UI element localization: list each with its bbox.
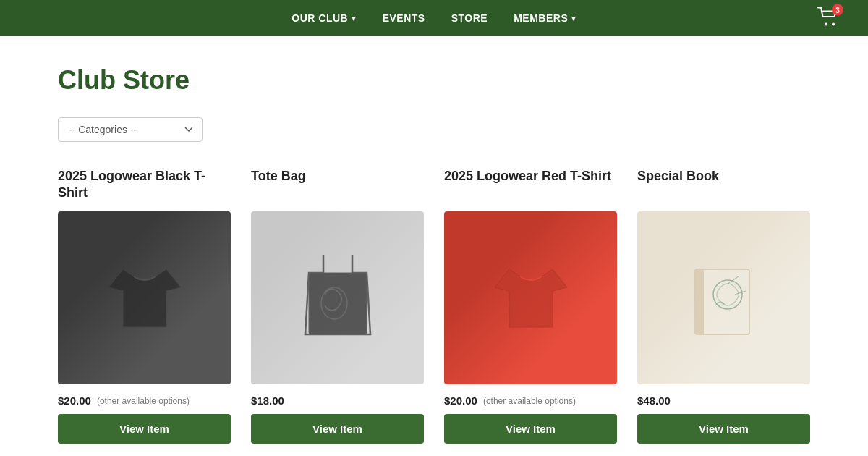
page-title: Club Store xyxy=(58,65,810,96)
categories-select[interactable]: -- Categories -- xyxy=(58,117,203,142)
svg-point-1 xyxy=(832,23,835,26)
price-row-0: $20.00 (other available options) xyxy=(58,394,231,407)
product-img-bg-1 xyxy=(251,211,424,384)
svg-rect-2 xyxy=(309,273,367,334)
view-item-button-1[interactable]: View Item xyxy=(251,414,424,444)
our-club-chevron-icon: ▾ xyxy=(352,14,357,23)
product-card-3: Special Book $48.00 View Item xyxy=(637,168,810,444)
main-nav: OUR CLUB ▾ EVENTS STORE MEMBERS ▾ 3 xyxy=(0,0,868,36)
view-item-button-0[interactable]: View Item xyxy=(58,414,231,444)
nav-item-members[interactable]: MEMBERS ▾ xyxy=(514,12,576,24)
product-name-0: 2025 Logowear Black T-Shirt xyxy=(58,168,231,203)
product-img-bg-3 xyxy=(637,211,810,384)
product-card-0: 2025 Logowear Black T-Shirt $20.00 (othe… xyxy=(58,168,231,444)
price-row-3: $48.00 xyxy=(637,394,810,407)
members-chevron-icon: ▾ xyxy=(571,14,576,23)
view-item-button-3[interactable]: View Item xyxy=(637,414,810,444)
product-image-2 xyxy=(444,211,617,384)
product-price-0: $20.00 xyxy=(58,394,91,407)
price-note-0: (other available options) xyxy=(97,396,190,406)
price-row-2: $20.00 (other available options) xyxy=(444,394,617,407)
svg-rect-5 xyxy=(695,269,704,334)
product-price-2: $20.00 xyxy=(444,394,477,407)
cart-button[interactable]: 3 xyxy=(817,7,839,30)
price-row-1: $18.00 xyxy=(251,394,424,407)
nav-item-our-club[interactable]: OUR CLUB ▾ xyxy=(292,12,356,24)
nav-item-store[interactable]: STORE xyxy=(451,12,488,24)
product-image-3 xyxy=(637,211,810,384)
product-grid: 2025 Logowear Black T-Shirt $20.00 (othe… xyxy=(58,168,810,444)
cart-icon-wrap: 3 xyxy=(817,7,839,30)
view-item-button-2[interactable]: View Item xyxy=(444,414,617,444)
cart-badge: 3 xyxy=(832,4,843,16)
price-note-2: (other available options) xyxy=(483,396,576,406)
product-image-0 xyxy=(58,211,231,384)
product-price-3: $48.00 xyxy=(637,394,671,407)
product-name-2: 2025 Logowear Red T-Shirt xyxy=(444,168,617,203)
product-name-3: Special Book xyxy=(637,168,810,203)
product-name-1: Tote Bag xyxy=(251,168,424,203)
product-card-1: Tote Bag $18.00 View Item xyxy=(251,168,424,444)
page-content: Club Store -- Categories -- 2025 Logowea… xyxy=(0,36,868,456)
nav-item-events[interactable]: EVENTS xyxy=(383,12,425,24)
product-image-1 xyxy=(251,211,424,384)
product-card-2: 2025 Logowear Red T-Shirt $20.00 (other … xyxy=(444,168,617,444)
svg-point-0 xyxy=(825,23,827,26)
product-price-1: $18.00 xyxy=(251,394,284,407)
product-img-bg-0 xyxy=(58,211,231,384)
product-img-bg-2 xyxy=(444,211,617,384)
